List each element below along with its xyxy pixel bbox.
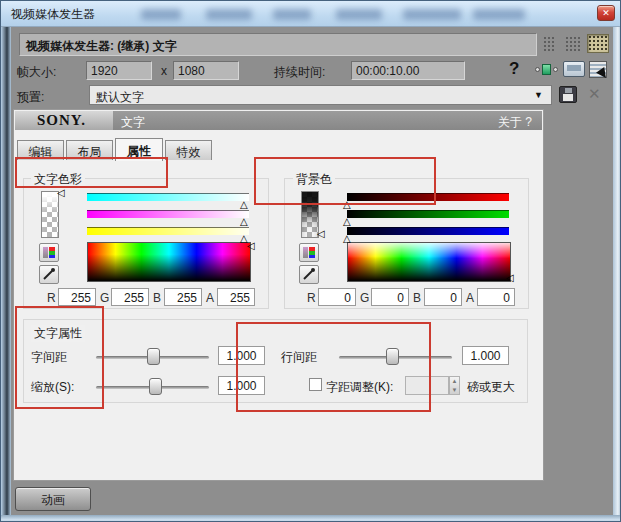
plug-node-left: [535, 67, 540, 72]
scale-label: 缩放(S):: [31, 379, 74, 396]
view-grid-icon[interactable]: [587, 34, 609, 53]
background-blur: [336, 9, 382, 20]
cursor-arrow: [596, 67, 610, 81]
text-alpha-bar[interactable]: [41, 191, 59, 238]
delete-preset-icon[interactable]: ✕: [588, 85, 601, 103]
sony-logo: SONY.: [15, 111, 113, 130]
text-blue-channel-bar[interactable]: [87, 227, 249, 235]
bg-blue-channel-bar[interactable]: [347, 227, 509, 235]
preset-value: 默认文字: [96, 90, 144, 104]
bg-a-field[interactable]: 0: [477, 288, 515, 306]
leading-slider-handle[interactable]: [386, 348, 399, 365]
r-label: R: [307, 291, 316, 305]
bg-red-slider-icon[interactable]: △: [343, 200, 351, 210]
palette-swatch: [43, 247, 48, 258]
green-slider-icon[interactable]: △: [240, 217, 248, 227]
spin-down-icon[interactable]: ▼: [450, 386, 459, 395]
window-border-right: [613, 27, 621, 522]
red-slider-icon[interactable]: △: [240, 200, 248, 210]
background-blur: [206, 9, 252, 20]
frame-height-field[interactable]: 1080: [173, 61, 239, 80]
window-title: 视频媒体发生器: [11, 6, 95, 23]
eyedropper-icon[interactable]: [39, 265, 59, 284]
kerning-value-field[interactable]: [405, 376, 449, 395]
kerning-suffix-label: 磅或更大: [467, 379, 515, 396]
plugin-title-bar: SONY. 文字 关于 ?: [15, 111, 542, 130]
duration-field[interactable]: 00:00:10.00: [351, 61, 465, 80]
bg-b-field[interactable]: 0: [424, 288, 462, 306]
bg-spectrum-cursor-icon[interactable]: ◁: [506, 273, 514, 283]
plug-body: [542, 64, 551, 75]
text-properties-label: 文字属性: [31, 325, 85, 342]
palette-blue: [49, 255, 55, 258]
tracking-value-field[interactable]: 1.000: [218, 346, 265, 365]
text-green-channel-bar[interactable]: [87, 210, 249, 218]
help-icon[interactable]: ?: [509, 59, 519, 79]
palette-icon[interactable]: [39, 243, 59, 262]
bg-alpha-slider-icon[interactable]: ◁: [317, 229, 325, 239]
close-icon[interactable]: ✕: [597, 5, 615, 21]
tab-effects[interactable]: 特效: [165, 140, 212, 160]
r-label: R: [47, 291, 56, 305]
bg-blue-slider-icon[interactable]: △: [343, 234, 351, 244]
background-blur: [141, 9, 181, 20]
background-color-label: 背景色: [293, 171, 335, 188]
kerning-label: 字距调整(K):: [326, 379, 393, 396]
kerning-checkbox[interactable]: [309, 378, 322, 391]
title-bar[interactable]: 视频媒体发生器 ✕: [1, 1, 621, 27]
chevron-down-icon: ▼: [534, 90, 543, 100]
kerning-spinner[interactable]: ▲ ▼: [449, 376, 460, 395]
background-blur: [473, 9, 525, 20]
bg-green-slider-icon[interactable]: △: [343, 217, 351, 227]
preview-monitor-icon[interactable]: [563, 61, 585, 77]
window-border-left: [1, 27, 11, 522]
animate-button[interactable]: 动画: [15, 487, 91, 511]
alpha-slider-icon[interactable]: ◁: [57, 188, 65, 198]
save-preset-icon[interactable]: [559, 86, 577, 103]
bg-g-field[interactable]: 0: [371, 288, 409, 306]
frame-width-field[interactable]: 1920: [86, 61, 152, 80]
scale-value-field[interactable]: 1.000: [218, 376, 265, 395]
bg-green-channel-bar[interactable]: [347, 210, 509, 218]
background-blur: [403, 9, 461, 20]
plugin-chain-icon[interactable]: [535, 64, 559, 76]
times-label: x: [161, 64, 167, 78]
generator-header: 视频媒体发生器: (继承) 文字: [19, 33, 537, 56]
tracking-slider-handle[interactable]: [147, 348, 160, 365]
text-color-label: 文字色彩: [31, 171, 85, 188]
text-color-spectrum[interactable]: [87, 242, 251, 282]
background-blur: [273, 9, 311, 20]
scale-slider-handle[interactable]: [149, 378, 162, 395]
spin-up-icon[interactable]: ▲: [450, 377, 459, 386]
b-label: B: [153, 291, 161, 305]
view-compact-icon[interactable]: [543, 36, 556, 52]
leading-value-field[interactable]: 1.000: [462, 346, 509, 365]
tab-layout[interactable]: 布局: [66, 140, 113, 160]
text-b-field[interactable]: 255: [164, 288, 202, 306]
bg-red-channel-bar[interactable]: [347, 193, 509, 201]
text-r-field[interactable]: 255: [58, 288, 96, 306]
g-label: G: [360, 291, 369, 305]
tab-properties[interactable]: 属性: [115, 138, 163, 161]
frame-size-label: 帧大小:: [17, 64, 56, 81]
b-label: B: [413, 291, 421, 305]
a-label: A: [206, 291, 214, 305]
text-red-channel-bar[interactable]: [87, 193, 249, 201]
window-border-bottom: [1, 515, 621, 522]
about-link[interactable]: 关于 ?: [498, 114, 532, 131]
text-g-field[interactable]: 255: [111, 288, 149, 306]
palette-blue: [309, 255, 315, 258]
spectrum-cursor-icon[interactable]: ◁: [247, 241, 255, 251]
palette-swatch: [303, 247, 308, 258]
g-label: G: [100, 291, 109, 305]
bg-palette-icon[interactable]: [299, 243, 319, 262]
bg-color-spectrum[interactable]: [347, 242, 511, 282]
preset-dropdown[interactable]: 默认文字 ▼: [89, 85, 552, 105]
edit-selection-icon[interactable]: [589, 61, 607, 78]
text-a-field[interactable]: 255: [217, 288, 255, 306]
bg-eyedropper-icon[interactable]: [299, 265, 319, 284]
tab-edit[interactable]: 编辑: [17, 140, 64, 160]
leading-label: 行间距: [281, 349, 317, 366]
view-list-icon[interactable]: [565, 36, 580, 52]
bg-r-field[interactable]: 0: [318, 288, 356, 306]
